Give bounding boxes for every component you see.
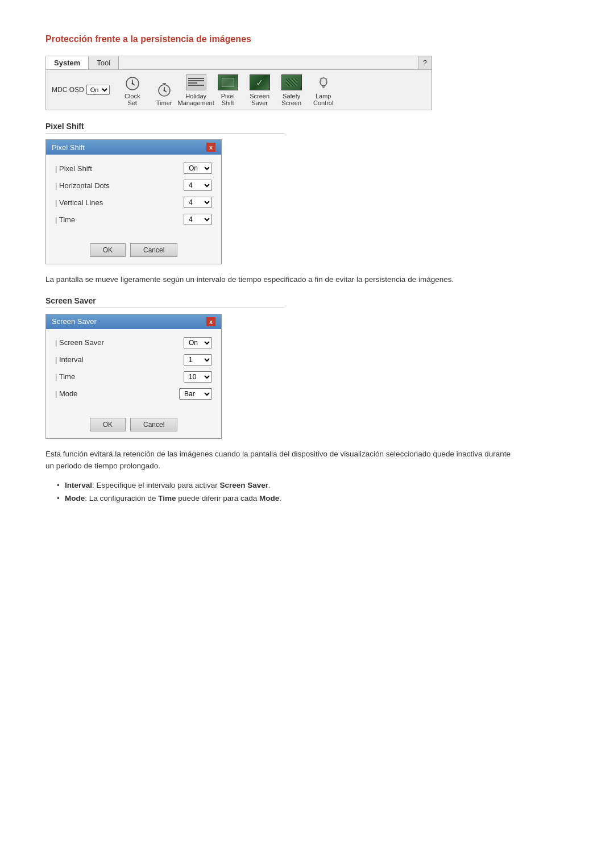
safety-screen-label-line2: Screen — [281, 99, 301, 106]
safety-screen-label-line1: Safety — [283, 93, 300, 99]
screen-saver-section-header: Screen Saver — [45, 296, 284, 308]
pixel-shift-select-0[interactable]: OnOff — [184, 163, 212, 174]
mdc-osd-label: MDC OSD — [52, 86, 84, 94]
screen-saver-label-line1: Screen — [250, 93, 269, 99]
pixel-shift-label-line1: Pixel — [221, 93, 235, 99]
screen-saver-cancel-button[interactable]: Cancel — [130, 418, 177, 431]
pixel-shift-row-1: Horizontal Dots 4123 — [55, 180, 212, 191]
screen-saver-bullets: Interval: Especifique el intervalo para … — [57, 479, 569, 505]
screen-saver-control-3: BarPixelFade — [179, 388, 212, 400]
bullet-mode-bold-end: Mode — [259, 494, 279, 502]
screen-saver-dialog-title: Screen Saver — [52, 317, 97, 326]
screen-saver-select-2[interactable]: 1051520 — [184, 371, 212, 383]
safety-screen-icon — [281, 73, 302, 92]
holiday-management-icon — [186, 73, 206, 92]
mdc-osd-control: MDC OSD On Off — [52, 85, 110, 95]
timer-icon — [154, 80, 175, 98]
holiday-label-line1: Holiday — [185, 93, 206, 99]
screen-saver-dialog-footer: OK Cancel — [46, 413, 221, 438]
screen-saver-icon — [250, 73, 270, 92]
svg-rect-12 — [322, 87, 325, 88]
pixel-shift-description: La pantalla se mueve ligeramente según u… — [45, 273, 512, 286]
pixel-shift-label-line2: Shift — [222, 99, 234, 106]
screen-saver-select-1[interactable]: 123 — [184, 354, 212, 366]
safety-screen-icon-item[interactable]: Safety Screen — [277, 73, 306, 106]
pixel-shift-titlebar: Pixel Shift x — [46, 140, 221, 155]
pixel-shift-dialog-title: Pixel Shift — [52, 143, 85, 152]
screen-saver-ok-button[interactable]: OK — [90, 418, 126, 431]
question-mark[interactable]: ? — [418, 56, 432, 69]
screen-saver-label-2: Time — [55, 372, 184, 381]
pixel-shift-section-header: Pixel Shift — [45, 122, 284, 134]
bullet-interval: Interval: Especifique el intervalo para … — [57, 479, 569, 492]
clock-set-label-line1: Clock — [125, 93, 140, 99]
bullet-mode-bold-mid: Time — [158, 494, 176, 502]
pixel-shift-icon — [218, 73, 238, 92]
bullet-mode-text-end: . — [279, 494, 281, 502]
screen-saver-label-0: Screen Saver — [55, 338, 184, 347]
screen-saver-row-3: Mode BarPixelFade — [55, 388, 212, 400]
pixel-shift-label-3: Time — [55, 215, 184, 224]
bullet-interval-bold-start: Interval — [65, 481, 92, 489]
toolbar-icons: Clock Set Timer — [118, 73, 338, 106]
holiday-label-line2: Management — [178, 99, 214, 106]
svg-rect-11 — [322, 86, 325, 87]
clock-set-label-line2: Set — [127, 99, 137, 106]
screen-saver-label-1: Interval — [55, 355, 184, 364]
pixel-shift-dialog-body: Pixel Shift OnOff Horizontal Dots 4123 V… — [46, 155, 221, 239]
pixel-shift-row-2: Vertical Lines 4123 — [55, 197, 212, 208]
pixel-shift-ok-button[interactable]: OK — [90, 243, 126, 257]
lamp-control-icon — [313, 76, 334, 92]
pixel-shift-label-0: Pixel Shift — [55, 164, 184, 173]
screen-saver-label-line2: Saver — [251, 99, 268, 106]
bullet-mode: Mode: La configuración de Time puede dif… — [57, 492, 569, 505]
screen-saver-select-0[interactable]: OnOff — [184, 337, 212, 348]
holiday-management-icon-item[interactable]: Holiday Management — [181, 73, 211, 106]
pixel-shift-cancel-button[interactable]: Cancel — [130, 243, 177, 257]
pixel-shift-control-0: OnOff — [184, 163, 212, 174]
pixel-shift-dialog-footer: OK Cancel — [46, 239, 221, 264]
pixel-shift-select-1[interactable]: 4123 — [184, 180, 212, 191]
timer-label-line1: Timer — [156, 99, 172, 106]
timer-icon-item[interactable]: Timer — [150, 80, 179, 106]
screen-saver-description: Esta función evitará la retención de las… — [45, 448, 512, 472]
pixel-shift-control-2: 4123 — [184, 197, 212, 208]
screen-saver-icon-item[interactable]: Screen Saver — [245, 73, 275, 106]
screen-saver-row-2: Time 1051520 — [55, 371, 212, 383]
toolbar-tabs: System Tool ? — [46, 56, 432, 70]
tab-system[interactable]: System — [46, 56, 89, 69]
lamp-control-icon-item[interactable]: Lamp Control — [309, 76, 338, 106]
clock-set-icon-item[interactable]: Clock Set — [118, 76, 147, 106]
screen-saver-control-2: 1051520 — [184, 371, 212, 383]
bullet-interval-text-end: . — [268, 481, 271, 489]
screen-saver-close-button[interactable]: x — [206, 317, 215, 326]
clock-set-icon — [123, 76, 142, 92]
screen-saver-label-3: Mode — [55, 389, 179, 398]
page-title: Protección frente a la persistencia de i… — [45, 34, 569, 44]
screen-saver-dialog: Screen Saver x Screen Saver OnOff Interv… — [45, 314, 222, 439]
pixel-shift-close-button[interactable]: x — [206, 143, 215, 152]
svg-point-3 — [131, 83, 133, 85]
bullet-mode-text: : La configuración de — [85, 494, 158, 502]
screen-saver-row-1: Interval 123 — [55, 354, 212, 366]
tab-tool[interactable]: Tool — [89, 56, 119, 69]
bullet-interval-text: : Especifique el intervalo para activar — [92, 481, 219, 489]
lamp-control-label-line2: Control — [313, 99, 333, 106]
bullet-interval-bold-mid: Screen Saver — [219, 481, 268, 489]
bullet-mode-text-mid2: puede diferir para cada — [176, 494, 259, 502]
toolbar-body: MDC OSD On Off Clock Set — [46, 70, 432, 110]
screen-saver-select-3[interactable]: BarPixelFade — [179, 388, 212, 400]
svg-point-9 — [163, 90, 165, 92]
pixel-shift-select-2[interactable]: 4123 — [184, 197, 212, 208]
pixel-shift-select-3[interactable]: 4123 — [184, 214, 212, 225]
svg-line-14 — [326, 78, 327, 79]
bullet-mode-bold-start: Mode — [65, 494, 85, 502]
screen-saver-titlebar: Screen Saver x — [46, 314, 221, 329]
toolbar: System Tool ? MDC OSD On Off — [45, 56, 432, 110]
mdc-osd-select[interactable]: On Off — [86, 85, 110, 95]
pixel-shift-row-3: Time 4123 — [55, 214, 212, 225]
screen-saver-control-1: 123 — [184, 354, 212, 366]
pixel-shift-icon-item[interactable]: Pixel Shift — [213, 73, 243, 106]
pixel-shift-label-1: Horizontal Dots — [55, 181, 184, 190]
screen-saver-dialog-body: Screen Saver OnOff Interval 123 Time 105… — [46, 329, 221, 413]
